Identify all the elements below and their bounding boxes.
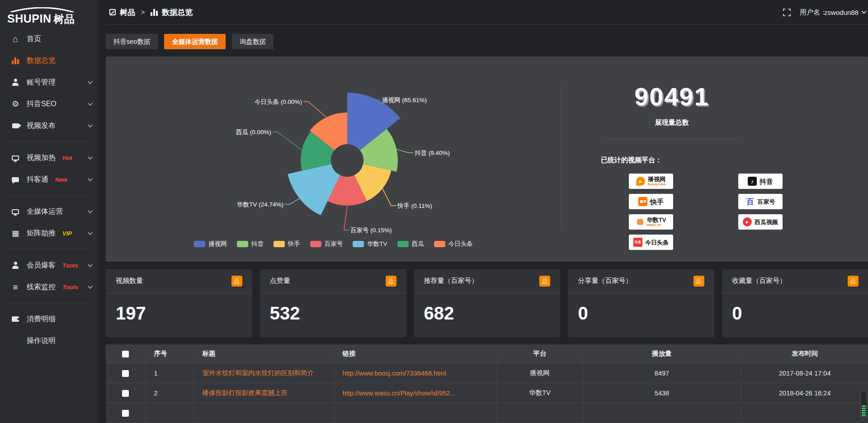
platform-name: 快手 — [650, 198, 664, 206]
sidebar-item-0[interactable]: 首页 — [0, 28, 99, 50]
chevron-down-icon — [88, 208, 93, 213]
sliders-icon — [10, 283, 21, 291]
tab-1[interactable]: 全媒体运营数据 — [164, 34, 226, 49]
legend-item-抖音[interactable]: 抖音 — [237, 240, 264, 248]
person-icon — [10, 79, 21, 86]
floating-widget[interactable] — [860, 390, 867, 419]
cell-plays: 8497 — [583, 363, 741, 383]
total-badge[interactable]: 总 — [386, 276, 396, 287]
stat-card-4: 收藏量（百家号）总0 — [722, 269, 868, 337]
sidebar-item-1[interactable]: 数据总览 — [0, 50, 99, 71]
wasu-logo-icon — [636, 218, 644, 226]
platform-badge-播视网: 播视网boosj.com — [629, 174, 673, 189]
legend-item-百家号[interactable]: 百家号 — [310, 240, 343, 248]
tab-2[interactable]: 询盘数据 — [232, 34, 274, 49]
chevron-down-icon — [88, 230, 93, 235]
cell-link[interactable]: http://www.wasu.cn/Play/show/id/952... — [334, 383, 497, 403]
pie-label-抖音: 抖音 (9.40%) — [415, 150, 450, 156]
sidebar-badge-tools: Tools — [62, 262, 78, 269]
summary-section: 90491 展现量总数 已统计的视频平台： 播视网boosj.com快手华数TV… — [561, 56, 868, 261]
cell-empty — [497, 403, 583, 423]
legend-item-华数TV[interactable]: 华数TV — [353, 240, 387, 248]
sidebar-item-6[interactable]: 视频加热Hot — [0, 147, 99, 169]
sidebar-item-15[interactable]: 消费明细 — [0, 308, 99, 330]
breadcrumb-page[interactable]: 数据总览 — [162, 7, 193, 18]
platform-share-chart: 播视网 (65.61%)抖音 (9.40%)快手 (0.11%)百家号 (0.1… — [106, 56, 561, 261]
cell-link[interactable]: http://www.boosj.com/7338468.html — [334, 363, 497, 383]
stat-card-title: 分享量（百家号） — [578, 277, 632, 285]
sidebar-item-label: 数据总览 — [27, 56, 56, 66]
topbar: 树品 > 数据总览 用户名：zswodun88 — [106, 0, 868, 25]
douyin-logo-icon — [748, 177, 757, 186]
sidebar-item-3[interactable]: 抖音SEO — [0, 93, 99, 115]
pie-label-百家号: 百家号 (0.15%) — [350, 227, 392, 234]
boosj-logo-icon — [636, 177, 645, 186]
platform-badges: 播视网boosj.com快手华数TVwasu.cn今日头条抖音百家号西瓜视频 — [629, 174, 783, 250]
cell-title[interactable]: 室外水纹灯和室内水纹灯的区别和简介 — [194, 363, 334, 383]
stat-cards: 视频数量总197点赞量总532推荐量（百家号）总682分享量（百家号）总0收藏量… — [106, 269, 868, 337]
row-checkbox[interactable] — [122, 410, 129, 417]
app-window: SHUPIN树品 首页数据总览账号管理抖音SEO视频发布视频加热Hot抖客通Ne… — [0, 0, 868, 423]
sidebar-item-label: 消费明细 — [27, 315, 56, 324]
fullscreen-icon[interactable] — [783, 9, 791, 16]
chevron-down-icon — [88, 155, 93, 160]
sidebar-item-label: 视频加热 — [27, 153, 56, 163]
platform-name: 华数TV — [647, 217, 666, 223]
username: zswodun88 — [824, 9, 859, 16]
sidebar-item-7[interactable]: 抖客通New — [0, 169, 99, 190]
sidebar-item-2[interactable]: 账号管理 — [0, 71, 99, 93]
sidebar-item-label: 首页 — [27, 34, 41, 44]
chevron-down-icon — [88, 79, 93, 84]
legend-item-播视网[interactable]: 播视网 — [194, 240, 227, 248]
total-badge[interactable]: 总 — [693, 276, 704, 287]
row-checkbox[interactable] — [122, 370, 129, 377]
sidebar-item-label: 全媒体运营 — [27, 207, 63, 216]
pie-slice-华数TV[interactable] — [288, 164, 340, 216]
kuaishou-logo-icon — [638, 197, 647, 206]
chart-legend: 播视网抖音快手百家号华数TV西瓜今日头条 — [106, 240, 561, 248]
platform-name: 西瓜视频 — [755, 219, 778, 226]
sidebar-item-10[interactable]: 矩阵助推VIP — [0, 222, 99, 244]
legend-item-快手[interactable]: 快手 — [274, 240, 300, 248]
cell-time: 2017-08-24 17:04 — [741, 363, 868, 383]
legend-item-今日头条[interactable]: 今日头条 — [434, 240, 473, 248]
logo: SHUPIN树品 — [0, 0, 99, 28]
sidebar-item-label: 抖音SEO — [27, 99, 57, 109]
total-badge[interactable]: 总 — [231, 276, 242, 287]
stat-card-3: 分享量（百家号）总0 — [568, 269, 714, 337]
chevron-down-icon — [88, 122, 93, 127]
sidebar-item-13[interactable]: 线索监控Tools — [0, 276, 99, 298]
tab-0[interactable]: 抖音seo数据 — [106, 34, 158, 49]
total-badge[interactable]: 总 — [539, 276, 550, 287]
platform-name: 百家号 — [758, 199, 775, 205]
cell-num: 2 — [146, 383, 194, 403]
legend-label: 快手 — [288, 240, 300, 248]
sidebar-item-9[interactable]: 全媒体运营 — [0, 201, 99, 222]
legend-marker — [194, 241, 205, 247]
video-table-panel: 序号标题链接平台播放量发布时间1室外水纹灯和室内水纹灯的区别和简介http://… — [106, 344, 868, 423]
sidebar-item-4[interactable]: 视频发布 — [0, 115, 99, 136]
total-badge[interactable]: 总 — [848, 276, 859, 287]
user-menu[interactable]: 用户名：zswodun88 — [800, 8, 866, 17]
sidebar-item-label: 会员爆客 — [27, 261, 56, 270]
brand-name: SHUPIN — [7, 12, 51, 25]
breadcrumb-app[interactable]: 树品 — [120, 7, 135, 18]
cell-title[interactable]: 楼体投影灯投影效果震撼上市 — [194, 383, 334, 403]
sidebar-item-12[interactable]: 会员爆客Tools — [0, 254, 99, 276]
stat-card-title: 收藏量（百家号） — [732, 277, 786, 285]
table-row-partial — [106, 403, 868, 423]
legend-item-西瓜[interactable]: 西瓜 — [397, 240, 424, 248]
bubble-icon — [10, 177, 21, 182]
rose-pie-chart: 播视网 (65.61%)抖音 (9.40%)快手 (0.11%)百家号 (0.1… — [106, 56, 561, 258]
screen-icon — [10, 155, 21, 160]
platform-badge-抖音: 抖音 — [738, 174, 783, 189]
row-checkbox[interactable] — [122, 390, 129, 397]
column-header-1: 标题 — [194, 344, 334, 363]
total-impressions-value: 90491 — [561, 82, 783, 111]
sidebar-item-16[interactable]: 操作说明 — [0, 330, 99, 352]
pie-label-今日头条: 今日头条 (0.00%) — [255, 99, 302, 105]
pie-label-line — [382, 189, 396, 206]
pie-label-快手: 快手 (0.11%) — [397, 202, 432, 209]
legend-marker — [434, 241, 445, 247]
select-all-checkbox[interactable] — [122, 351, 129, 357]
